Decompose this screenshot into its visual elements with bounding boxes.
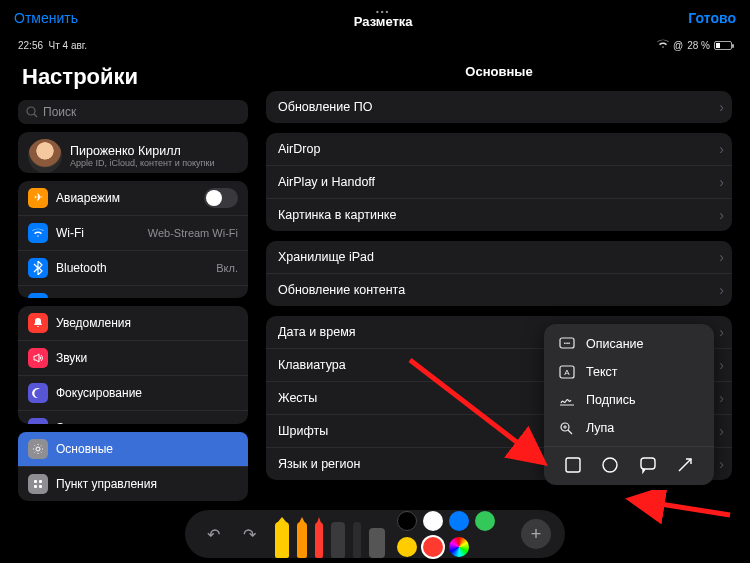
done-button[interactable]: Готово: [688, 10, 736, 26]
airdrop-label: AirDrop: [278, 142, 720, 156]
popover-item-description[interactable]: ••• Описание: [544, 330, 714, 358]
svg-point-2: [36, 447, 40, 451]
color-black[interactable]: [397, 511, 417, 531]
shape-rectangle-button[interactable]: [563, 455, 583, 475]
pen-highlighter[interactable]: [297, 522, 307, 558]
text-icon: A: [558, 365, 576, 379]
shape-circle-button[interactable]: [600, 455, 620, 475]
control-center-label: Пункт управления: [56, 477, 238, 491]
status-right: @ 28 %: [657, 39, 732, 51]
redo-button[interactable]: ↷: [235, 520, 263, 548]
chevron-right-icon: ›: [719, 423, 724, 439]
chevron-right-icon: ›: [719, 324, 724, 340]
vpn-label: VPN: [56, 296, 151, 299]
row-airdrop[interactable]: AirDrop›: [266, 133, 732, 166]
svg-text:•••: •••: [564, 340, 570, 346]
chevron-right-icon: ›: [719, 390, 724, 406]
popover-item-signature[interactable]: Подпись: [544, 386, 714, 414]
avatar: [28, 139, 62, 173]
account-group[interactable]: Пироженко Кирилл Apple ID, iCloud, конте…: [18, 132, 248, 173]
general-icon: [28, 439, 48, 459]
undo-button[interactable]: ↶: [199, 520, 227, 548]
svg-line-13: [568, 430, 572, 434]
main-group-airdrop: AirDrop› AirPlay и Handoff› Картинка в к…: [266, 133, 732, 231]
wifi-label: Wi-Fi: [56, 226, 140, 240]
chevron-right-icon: ›: [719, 282, 724, 298]
svg-point-17: [603, 458, 617, 472]
row-software-update[interactable]: Обновление ПО›: [266, 91, 732, 123]
pen-marker[interactable]: [275, 522, 289, 558]
svg-rect-4: [39, 480, 42, 483]
status-date: Чт 4 авг.: [49, 40, 87, 51]
color-yellow[interactable]: [397, 537, 417, 557]
focus-label: Фокусирование: [56, 386, 238, 400]
sidebar-item-airplane[interactable]: ✈ Авиарежим: [18, 181, 248, 216]
popover-signature-label: Подпись: [586, 393, 635, 407]
row-airplay[interactable]: AirPlay и Handoff›: [266, 166, 732, 199]
row-pip[interactable]: Картинка в картинке›: [266, 199, 732, 231]
status-time: 22:56: [18, 40, 43, 51]
markup-toolbar: ↶ ↷ +: [0, 505, 750, 563]
chevron-right-icon: ›: [719, 207, 724, 223]
search-input[interactable]: Поиск: [18, 100, 248, 124]
chevron-right-icon: ›: [719, 174, 724, 190]
markup-topbar: Отменить ••• Разметка Готово: [0, 0, 750, 36]
airplane-icon: ✈: [28, 188, 48, 208]
screentime-label: Экранное время: [56, 421, 238, 424]
sidebar-item-focus[interactable]: Фокусирование: [18, 376, 248, 411]
vpn-value: Не подключено: [159, 297, 238, 299]
popover-description-label: Описание: [586, 337, 644, 351]
settings-sidebar: Настройки Поиск Пироженко Кирилл Apple I…: [12, 56, 254, 505]
pen-eraser[interactable]: [331, 522, 345, 558]
popover-loupe-label: Лупа: [586, 421, 614, 435]
row-storage[interactable]: Хранилище iPad›: [266, 241, 732, 274]
battery-icon: [714, 41, 732, 50]
status-left: 22:56 Чт 4 авг.: [18, 40, 87, 51]
sidebar-item-general[interactable]: Основные: [18, 432, 248, 467]
markup-plus-button[interactable]: +: [521, 519, 551, 549]
search-icon: [26, 106, 38, 118]
chevron-right-icon: ›: [719, 357, 724, 373]
main-group-storage: Хранилище iPad› Обновление контента›: [266, 241, 732, 306]
chevron-right-icon: ›: [719, 456, 724, 472]
bluetooth-icon: [28, 258, 48, 278]
focus-icon: [28, 383, 48, 403]
storage-label: Хранилище iPad: [278, 250, 720, 264]
pen-lasso[interactable]: [353, 522, 361, 558]
sidebar-item-wifi[interactable]: Wi-Fi Web-Stream Wi-Fi: [18, 216, 248, 251]
color-green[interactable]: [475, 511, 495, 531]
sidebar-item-sounds[interactable]: Звуки: [18, 341, 248, 376]
popover-item-loupe[interactable]: Лупа: [544, 414, 714, 442]
airplay-label: AirPlay и Handoff: [278, 175, 720, 189]
row-content-refresh[interactable]: Обновление контента›: [266, 274, 732, 306]
sidebar-item-bluetooth[interactable]: Bluetooth Вкл.: [18, 251, 248, 286]
color-wheel[interactable]: [449, 537, 469, 557]
sidebar-item-notifications[interactable]: Уведомления: [18, 306, 248, 341]
system-group: Уведомления Звуки Фокусирование: [18, 306, 248, 424]
ipad-statusbar: 22:56 Чт 4 авг. @ 28 %: [10, 36, 740, 54]
pen-pencil[interactable]: [315, 522, 323, 558]
sidebar-item-screentime[interactable]: Экранное время: [18, 411, 248, 424]
account-row[interactable]: Пироженко Кирилл Apple ID, iCloud, конте…: [18, 132, 248, 173]
signature-icon: [558, 393, 576, 407]
content-refresh-label: Обновление контента: [278, 283, 720, 297]
color-white[interactable]: [423, 511, 443, 531]
shape-speech-button[interactable]: [638, 455, 658, 475]
popover-item-text[interactable]: A Текст: [544, 358, 714, 386]
loupe-icon: [558, 421, 576, 435]
sidebar-item-vpn[interactable]: VPN VPN Не подключено: [18, 286, 248, 299]
sidebar-item-control-center[interactable]: Пункт управления: [18, 467, 248, 501]
shape-arrow-button[interactable]: [675, 455, 695, 475]
general-group: Основные Пункт управления: [18, 432, 248, 501]
color-blue[interactable]: [449, 511, 469, 531]
account-sub: Apple ID, iCloud, контент и покупки: [70, 158, 238, 168]
airplane-toggle[interactable]: [204, 188, 238, 208]
popover-shapes-row: [544, 446, 714, 479]
cancel-button[interactable]: Отменить: [14, 10, 78, 26]
control-center-icon: [28, 474, 48, 494]
color-red[interactable]: [423, 537, 443, 557]
wifi-value: Web-Stream Wi-Fi: [148, 227, 238, 239]
general-label: Основные: [56, 442, 238, 456]
markup-title-text: Разметка: [354, 14, 413, 29]
pen-ruler[interactable]: [369, 528, 385, 558]
